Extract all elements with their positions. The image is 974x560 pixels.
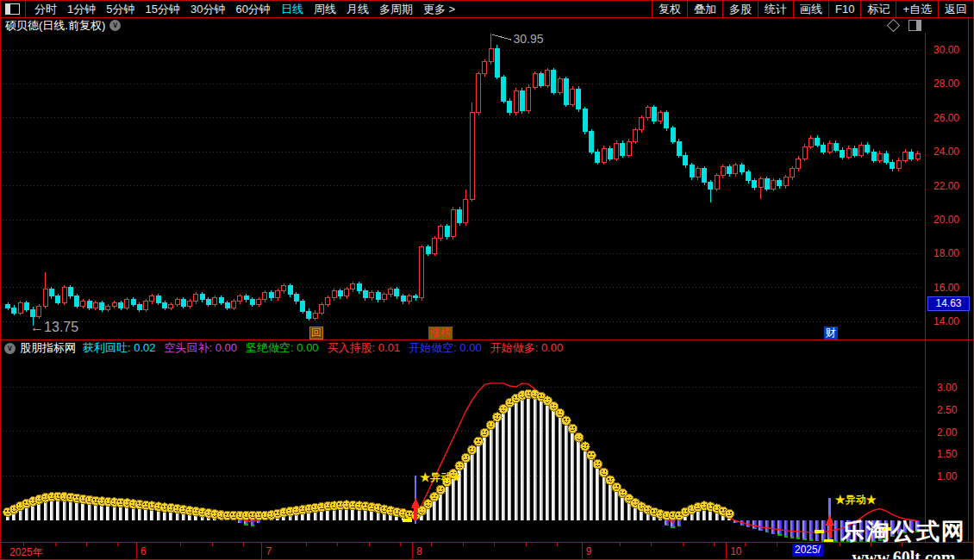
chart-canvas	[1, 1, 974, 560]
toolbar-button-+自选[interactable]: +自选	[896, 1, 938, 17]
date-axis-tick	[620, 543, 621, 546]
trading-app-window: 分时1分钟5分钟15分钟30分钟60分钟日线周线月线多周期更多 > 复权叠加多股…	[0, 0, 974, 560]
date-axis-label: 9	[586, 545, 592, 557]
date-axis-tick	[55, 543, 56, 546]
axis-divider	[925, 33, 926, 542]
watermark-title: 乐淘公式网	[841, 516, 966, 547]
period-tab-分时[interactable]: 分时	[34, 2, 57, 17]
indicator-axis-label: 1.50	[937, 448, 957, 460]
price-axis-label: 26.00	[933, 112, 959, 124]
toolbar-button-多股[interactable]: 多股	[722, 1, 758, 17]
date-axis-label: 8	[416, 545, 422, 557]
event-tag-回[interactable]: 回	[309, 327, 323, 339]
toolbar-button-F10[interactable]: F10	[828, 1, 860, 17]
date-axis-label: 10	[730, 545, 741, 557]
period-tab-5分钟[interactable]: 5分钟	[106, 2, 134, 17]
toolbar-button-标记[interactable]: 标记	[860, 1, 896, 17]
period-tab-15分钟[interactable]: 15分钟	[145, 2, 179, 17]
date-axis-tick	[683, 543, 684, 546]
toolbar-button-统计[interactable]: 统计	[758, 1, 793, 17]
price-axis-label: 20.00	[933, 214, 959, 226]
date-axis-label: 2025年	[9, 545, 43, 560]
date-axis-tick	[714, 543, 715, 546]
signal-label: ★异动★	[835, 493, 877, 507]
price-axis-label: 30.00	[933, 44, 959, 56]
indicator-legend-item: 坚绝做空: 0.00	[246, 340, 319, 356]
date-axis-tick	[86, 543, 87, 546]
date-axis-tick	[212, 543, 213, 546]
date-axis-tick	[526, 543, 527, 546]
indicator-axis-label: 1.00	[937, 470, 957, 482]
indicator-legend-item: 买入持股: 0.01	[328, 340, 401, 356]
indicator-axis-label: 3.00	[937, 382, 957, 394]
indicator-legend-item: 开始做空: 0.00	[409, 340, 482, 356]
toolbar-actions: 复权叠加多股统计画线F10标记+自选返回	[652, 1, 973, 17]
month-separator	[726, 543, 727, 559]
date-axis-tick	[494, 543, 495, 546]
price-axis-label: 18.00	[933, 247, 959, 259]
watermark: 乐淘公式网 www.60lt.com	[841, 516, 966, 560]
date-axis-tick	[463, 543, 464, 546]
toolbar-button-返回[interactable]: 返回	[938, 1, 973, 17]
title-icons	[889, 20, 940, 31]
date-axis-label: 7	[265, 545, 272, 557]
price-annotation: 30.95	[514, 32, 544, 46]
date-axis-tick	[777, 543, 777, 546]
month-separator	[261, 543, 262, 559]
indicator-name: 股朋指标网	[20, 340, 76, 356]
period-tab-日线[interactable]: 日线	[281, 2, 303, 17]
date-axis[interactable]: 2025/ 2025年678910	[1, 542, 973, 559]
period-tab-周线[interactable]: 周线	[314, 2, 336, 17]
toolbar-button-叠加[interactable]: 叠加	[687, 1, 722, 17]
indicator-legend: 获利回吐: 0.02空头回补: 0.00坚绝做空: 0.00买入持股: 0.01…	[83, 340, 571, 356]
toolbar: 分时1分钟5分钟15分钟30分钟60分钟日线周线月线多周期更多 > 复权叠加多股…	[1, 1, 973, 18]
toolbar-button-复权[interactable]: 复权	[652, 1, 687, 17]
layout-split-icon[interactable]	[5, 3, 20, 15]
month-separator	[136, 543, 137, 559]
date-axis-tick	[745, 543, 746, 546]
date-axis-tick	[651, 543, 652, 546]
date-cursor-box: 2025/	[792, 544, 823, 557]
indicator-collapse-icon[interactable]: ∨	[4, 343, 16, 354]
price-axis-label: 16.00	[933, 282, 959, 294]
signal-label: ★异动★	[420, 470, 461, 485]
toolbar-separator	[25, 1, 26, 17]
date-axis-tick	[117, 543, 118, 546]
date-axis-tick	[180, 543, 181, 546]
period-tab-60分钟[interactable]: 60分钟	[235, 2, 270, 17]
panel-toggle-icon[interactable]	[908, 20, 921, 31]
date-axis-tick	[337, 543, 338, 546]
period-tab-月线[interactable]: 月线	[347, 2, 369, 17]
date-axis-tick	[840, 543, 840, 546]
date-axis-tick	[557, 543, 558, 546]
period-tab-更多 >[interactable]: 更多 >	[423, 2, 455, 17]
date-axis-tick	[369, 543, 370, 546]
period-tab-多周期[interactable]: 多周期	[379, 2, 413, 17]
period-tabs: 分时1分钟5分钟15分钟30分钟60分钟日线周线月线多周期更多 >	[29, 2, 460, 17]
month-separator	[412, 543, 413, 559]
month-separator	[582, 543, 583, 559]
date-axis-tick	[306, 543, 307, 546]
indicator-legend-item: 空头回补: 0.00	[165, 340, 238, 356]
indicator-legend-item: 获利回吐: 0.02	[83, 340, 156, 356]
right-inner-frame	[968, 18, 969, 542]
price-annotation: ←13.75	[30, 320, 78, 335]
indicator-legend-item: 开始做多: 0.00	[490, 340, 564, 356]
last-price-marker: 14.63	[927, 296, 970, 311]
toolbar-button-画线[interactable]: 画线	[793, 1, 828, 17]
watermark-url: www.60lt.com	[841, 548, 966, 560]
diamond-icon[interactable]	[887, 19, 901, 33]
date-axis-tick	[400, 543, 401, 546]
title-row: 硕贝德(日线.前复权) ∨	[5, 19, 121, 32]
price-axis-label: 28.00	[933, 78, 959, 90]
period-tab-1分钟[interactable]: 1分钟	[67, 2, 96, 17]
price-axis-label: 22.00	[933, 180, 959, 192]
indicator-axis-label: 2.00	[937, 426, 957, 439]
event-tag-涨榜[interactable]: 涨榜	[428, 327, 453, 339]
event-tag-财[interactable]: 财	[824, 327, 838, 339]
title-dropdown-chevron-icon[interactable]: ∨	[109, 20, 121, 31]
indicator-header: ∨ 股朋指标网 获利回吐: 0.02空头回补: 0.00坚绝做空: 0.00买入…	[4, 341, 571, 355]
price-axis-label: 14.00	[933, 315, 959, 327]
stock-title: 硕贝德(日线.前复权)	[5, 18, 105, 34]
period-tab-30分钟[interactable]: 30分钟	[190, 2, 225, 17]
